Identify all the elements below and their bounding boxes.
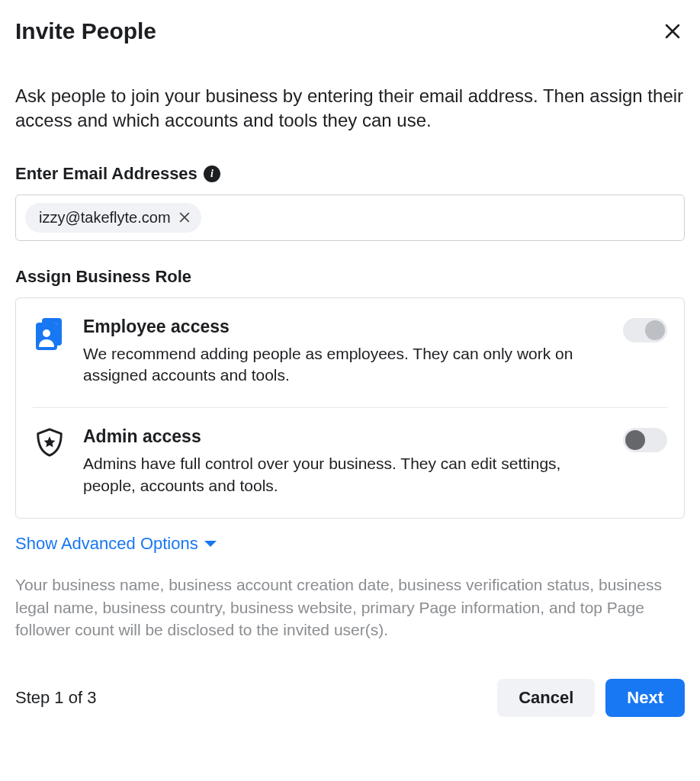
role-employee-title: Employee access bbox=[83, 317, 591, 337]
footer-buttons: Cancel Next bbox=[497, 679, 685, 717]
email-section-label: Enter Email Addresses i bbox=[15, 164, 685, 184]
close-button[interactable] bbox=[660, 19, 685, 43]
modal-title: Invite People bbox=[15, 18, 156, 44]
role-employee-desc: We recommend adding people as employees.… bbox=[83, 343, 591, 387]
admin-access-toggle[interactable] bbox=[623, 428, 667, 452]
modal-header: Invite People bbox=[15, 18, 685, 44]
close-icon bbox=[663, 22, 682, 40]
role-row-admin: Admin access Admins have full control ov… bbox=[16, 408, 684, 518]
modal-footer: Step 1 of 3 Cancel Next bbox=[15, 679, 685, 717]
role-admin-title: Admin access bbox=[83, 426, 591, 447]
email-chip: izzy@takeflyte.com bbox=[25, 203, 201, 233]
svg-point-3 bbox=[43, 329, 50, 337]
step-indicator: Step 1 of 3 bbox=[15, 688, 96, 708]
email-section-label-text: Enter Email Addresses bbox=[15, 164, 197, 184]
role-admin-text: Admin access Admins have full control ov… bbox=[83, 426, 606, 497]
info-icon[interactable]: i bbox=[204, 166, 220, 182]
badge-icon bbox=[33, 317, 66, 350]
role-section-label: Assign Business Role bbox=[15, 267, 685, 287]
next-button[interactable]: Next bbox=[605, 679, 685, 717]
chevron-down-icon bbox=[204, 539, 217, 548]
shield-icon bbox=[33, 426, 66, 460]
role-options-box: Employee access We recommend adding peop… bbox=[15, 297, 685, 519]
email-input[interactable]: izzy@takeflyte.com bbox=[15, 194, 685, 241]
email-chip-text: izzy@takeflyte.com bbox=[39, 209, 171, 227]
role-row-employee: Employee access We recommend adding peop… bbox=[16, 298, 684, 408]
disclosure-text: Your business name, business account cre… bbox=[15, 574, 685, 641]
remove-email-button[interactable] bbox=[178, 211, 191, 223]
close-icon bbox=[178, 211, 191, 223]
advanced-options-label: Show Advanced Options bbox=[15, 534, 198, 554]
toggle-knob bbox=[645, 320, 665, 340]
role-admin-desc: Admins have full control over your busin… bbox=[83, 453, 591, 497]
cancel-button[interactable]: Cancel bbox=[497, 679, 595, 717]
employee-access-toggle[interactable] bbox=[623, 318, 667, 342]
show-advanced-options-link[interactable]: Show Advanced Options bbox=[15, 534, 217, 554]
role-employee-text: Employee access We recommend adding peop… bbox=[83, 317, 606, 387]
toggle-knob bbox=[625, 430, 645, 450]
intro-text: Ask people to join your business by ente… bbox=[15, 84, 685, 133]
